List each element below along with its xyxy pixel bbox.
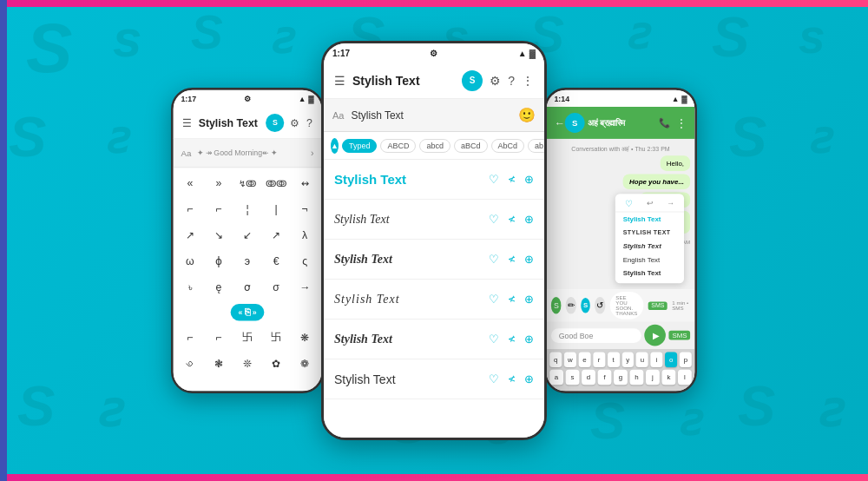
symbol-cell[interactable]: ↂↂ <box>262 171 289 195</box>
share-icon[interactable]: ≮ <box>508 254 516 265</box>
symbol-cell[interactable]: » <box>205 171 232 195</box>
share-icon[interactable]: ≮ <box>508 333 516 345</box>
share-icon[interactable]: ≮ <box>508 293 516 305</box>
chevron-up-icon[interactable]: ▲ <box>331 138 339 154</box>
key-e[interactable]: e <box>578 352 590 367</box>
popup-item-italic[interactable]: Stylish Text <box>615 239 684 253</box>
bottom-rotate-icon[interactable]: ↺ <box>595 297 605 313</box>
share-icon[interactable]: ≮ <box>508 373 516 385</box>
symbol-cell[interactable]: ❊ <box>233 352 260 376</box>
key-h[interactable]: h <box>630 370 644 385</box>
heart-icon[interactable]: ♡ <box>489 333 499 346</box>
heart-icon[interactable]: ♡ <box>489 253 499 266</box>
symbol-cell[interactable]: ⌐ <box>205 326 232 350</box>
key-u[interactable]: u <box>636 352 648 367</box>
keyboard-copy-btn[interactable]: « ⎘ » <box>231 304 265 320</box>
popup-icon3[interactable]: → <box>667 199 674 208</box>
symbol-cell[interactable]: 卐 <box>233 326 260 350</box>
whatsapp-icon[interactable]: ⊕ <box>524 173 534 186</box>
filter-tab-typed[interactable]: Typed <box>342 139 378 153</box>
left-gear-icon[interactable]: ⚙ <box>290 116 299 128</box>
send-button[interactable]: ▶ <box>645 325 667 346</box>
key-j[interactable]: j <box>646 370 660 385</box>
filter-tab-ab[interactable]: ab <box>528 139 544 153</box>
symbol-cell[interactable]: | <box>262 197 289 221</box>
symbol-cell[interactable]: ę <box>205 275 232 300</box>
symbol-cell[interactable]: ϕ <box>205 249 232 273</box>
key-q[interactable]: q <box>549 352 562 367</box>
symbol-cell[interactable]: ¬ <box>292 197 319 221</box>
symbol-cell[interactable]: ↯ↂ <box>233 171 260 195</box>
filter-tab-abcd[interactable]: ABCD <box>380 139 416 153</box>
key-o[interactable]: o <box>665 352 677 367</box>
symbol-cell[interactable]: ❃ <box>205 352 232 376</box>
key-a[interactable]: a <box>549 370 563 385</box>
popup-item-caps[interactable]: STYLISH TEXT <box>615 226 684 239</box>
symbol-cell[interactable]: 卐 <box>262 326 289 350</box>
key-f[interactable]: f <box>598 370 612 385</box>
key-g[interactable]: g <box>614 370 628 385</box>
text-list-item[interactable]: Stylish Text ♡ ≮ ⊕ <box>324 280 544 320</box>
popup-item-bold[interactable]: Stylish Text <box>615 267 684 280</box>
right-chat-input[interactable]: Good Boe <box>551 328 641 343</box>
symbol-cell[interactable]: ¦ <box>233 197 260 221</box>
center-input-area[interactable]: Aa Stylish Text 🙂 <box>324 99 544 132</box>
center-question-icon[interactable]: ? <box>508 74 515 88</box>
bottom-teal-s-icon[interactable]: S <box>581 298 590 313</box>
see-you-input[interactable]: SEE YOU SOON. THANKS <box>609 292 643 320</box>
symbol-cell[interactable]: ꩜ <box>176 352 203 376</box>
text-list-item[interactable]: Stylish Text ♡ ≮ ⊕ <box>324 320 544 359</box>
symbol-cell[interactable]: ⌐ <box>205 197 232 221</box>
heart-icon[interactable]: ♡ <box>489 213 499 226</box>
key-i[interactable]: i <box>651 352 663 367</box>
symbol-cell[interactable]: ↗ <box>176 223 203 247</box>
back-icon[interactable]: ← <box>554 116 564 128</box>
filter-tab-mixed1[interactable]: aBCd <box>454 139 488 153</box>
filter-tab-mixed2[interactable]: AbCd <box>491 139 525 153</box>
symbol-cell[interactable]: « <box>176 171 203 195</box>
symbol-cell[interactable]: λ <box>292 223 319 247</box>
key-y[interactable]: y <box>621 352 634 367</box>
key-d[interactable]: d <box>582 370 595 385</box>
left-app-circle-icon[interactable]: S <box>266 113 284 131</box>
share-icon[interactable]: ≮ <box>508 174 516 185</box>
key-t[interactable]: t <box>608 352 620 367</box>
center-app-circle-icon[interactable]: S <box>462 70 483 91</box>
symbol-cell[interactable]: σ <box>262 275 289 300</box>
share-icon[interactable]: ≮ <box>508 214 516 225</box>
symbol-cell[interactable]: э <box>233 249 260 273</box>
key-l[interactable]: l <box>678 370 692 385</box>
key-k[interactable]: k <box>662 370 676 385</box>
text-list-item[interactable]: Stylish Text ♡ ≮ ⊕ <box>324 200 544 240</box>
whatsapp-icon[interactable]: ⊕ <box>524 293 534 306</box>
popup-item-english[interactable]: English Text <box>615 253 684 267</box>
whatsapp-icon[interactable]: ⊕ <box>524 372 534 385</box>
symbol-cell[interactable]: € <box>262 249 289 273</box>
call-icon[interactable]: 📞 <box>659 117 670 128</box>
right-dots-icon[interactable]: ⋮ <box>676 116 687 128</box>
symbol-cell[interactable]: → <box>292 275 319 300</box>
whatsapp-icon[interactable]: ⊕ <box>524 253 534 266</box>
symbol-cell[interactable]: ς <box>292 249 319 273</box>
symbol-cell[interactable]: ৳ <box>176 275 203 300</box>
key-w[interactable]: w <box>564 352 576 367</box>
left-menu-icon[interactable]: ☰ <box>182 116 192 128</box>
symbol-cell[interactable]: ω <box>176 249 203 273</box>
text-list-item[interactable]: Stylish Text ♡ ≮ ⊕ <box>324 359 544 399</box>
symbol-cell[interactable]: ↙ <box>233 223 260 247</box>
popup-heart[interactable]: ♡ <box>625 199 633 208</box>
whatsapp-icon[interactable]: ⊕ <box>524 213 534 226</box>
center-smiley-icon[interactable]: 🙂 <box>518 107 536 123</box>
center-dots-icon[interactable]: ⋮ <box>522 74 534 88</box>
popup-item-stylish[interactable]: Stylish Text <box>615 212 684 226</box>
center-menu-icon[interactable]: ☰ <box>334 74 345 88</box>
popup-icon2[interactable]: ↩ <box>647 199 653 208</box>
whatsapp-icon[interactable]: ⊕ <box>524 333 534 346</box>
symbol-cell[interactable]: ✿ <box>262 352 289 376</box>
symbol-cell[interactable]: ↘ <box>205 223 232 247</box>
key-r[interactable]: r <box>593 352 605 367</box>
symbol-cell[interactable]: ⌐ <box>176 326 203 350</box>
center-input-text[interactable]: Stylish Text <box>351 109 511 122</box>
symbol-cell[interactable]: ❋ <box>292 326 319 350</box>
left-question-icon[interactable]: ? <box>306 116 312 128</box>
